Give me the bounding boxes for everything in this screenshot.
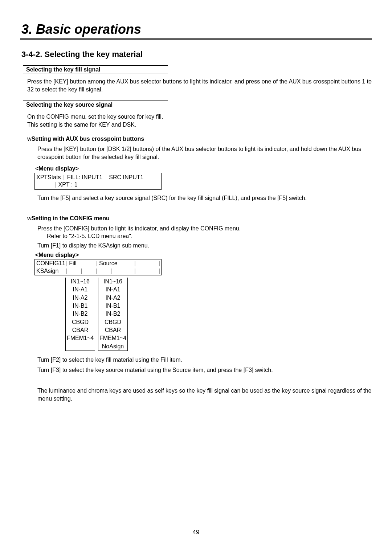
option-item: IN-A1 xyxy=(98,286,127,294)
body-text: Press the [CONFIG] button to light its i… xyxy=(37,225,372,240)
setting-heading-config: wSetting in the CONFIG menu xyxy=(27,215,372,222)
option-item: IN-A1 xyxy=(66,286,95,294)
divider-icon: | xyxy=(54,181,57,188)
divider-icon: | xyxy=(136,267,161,275)
divider-icon: | xyxy=(95,259,98,267)
setting-heading-aux: wSetting with AUX bus crosspoint buttons xyxy=(27,136,372,142)
options-columns: IN1~16 IN-A1 IN-A2 IN-B1 IN-B2 CBGD CBAR… xyxy=(65,278,372,351)
menu-cell: Source xyxy=(98,259,126,267)
fill-options-column: IN1~16 IN-A1 IN-A2 IN-B1 IN-B2 CBGD CBAR… xyxy=(65,278,95,351)
section-title: 3-4-2. Selecting the key material xyxy=(20,50,372,60)
menu-cell: XPTStats xyxy=(36,174,61,180)
option-item: IN1~16 xyxy=(66,278,95,286)
divider-icon: | xyxy=(136,259,161,267)
menu-cell: SRC INPUT1 xyxy=(109,174,143,180)
option-item: NoAsign xyxy=(98,343,127,351)
option-item: IN-B1 xyxy=(66,302,95,310)
body-line: Press the [CONFIG] button to light its i… xyxy=(37,225,241,232)
divider-icon: | xyxy=(65,267,68,275)
option-item: CBAR xyxy=(66,326,95,334)
option-item: IN-B2 xyxy=(98,310,127,318)
divider-icon: | xyxy=(95,267,98,275)
body-text: Turn [F2] to select the key fill materia… xyxy=(37,356,372,364)
body-line: On the CONFIG menu, set the key source f… xyxy=(27,114,163,120)
heading-text: Setting in the CONFIG menu xyxy=(32,215,110,221)
option-item: CBAR xyxy=(98,326,127,334)
menu-cell: XPT : 1 xyxy=(58,181,78,188)
body-text: Turn the [F5] and select a key source si… xyxy=(37,194,372,202)
menu-display-box: XPTStats | FILL: INPUT1 SRC INPUT1 | XPT… xyxy=(34,173,162,190)
body-text: Turn [F3] to select the key source mater… xyxy=(37,366,372,374)
body-text: The luminance and chroma keys are used a… xyxy=(37,387,372,402)
body-line: Refer to "2-1-5. LCD menu area". xyxy=(37,233,132,239)
divider-icon: | xyxy=(126,267,136,275)
heading-text: Setting with AUX bus crosspoint buttons xyxy=(32,136,144,142)
option-item: IN-A2 xyxy=(66,294,95,302)
subsection-box-source: Selecting the key source signal xyxy=(23,101,168,109)
option-item: FMEM1~4 xyxy=(66,334,95,342)
body-line: This setting is the same for KEY and DSK… xyxy=(27,122,136,128)
menu-display-label: <Menu display> xyxy=(35,252,372,258)
menu-cell: KSAsign xyxy=(35,267,65,275)
option-item: CBGD xyxy=(98,318,127,326)
divider-icon: | xyxy=(126,259,136,267)
option-item: CBGD xyxy=(66,318,95,326)
menu-cell: Fill xyxy=(68,259,95,267)
divider-icon: | xyxy=(65,259,68,267)
option-item: IN-B1 xyxy=(98,302,127,310)
chapter-title: 3. Basic operations xyxy=(20,22,372,40)
menu-display-label: <Menu display> xyxy=(35,165,372,172)
option-item: IN-A2 xyxy=(98,294,127,302)
body-text: Turn [F1] to display the KSAsign sub men… xyxy=(37,242,372,250)
body-text: Press the [KEY] button among the AUX bus… xyxy=(27,78,372,93)
symbol: w xyxy=(27,215,32,221)
menu-cell: FILL: INPUT1 xyxy=(67,174,103,180)
symbol: w xyxy=(27,136,32,142)
subsection-box-fill: Selecting the key fill signal xyxy=(23,65,168,74)
option-item: IN-B2 xyxy=(66,310,95,318)
menu-display-box: CONFIG11| Fill| Source | | KSAsign| || |… xyxy=(34,259,162,275)
option-item: IN1~16 xyxy=(98,278,127,286)
page-number: 49 xyxy=(0,529,392,536)
menu-cell: CONFIG11 xyxy=(35,259,65,267)
body-text: Press the [KEY] button (or [DSK 1/2] but… xyxy=(37,145,372,161)
source-options-column: IN1~16 IN-A1 IN-A2 IN-B1 IN-B2 CBGD CBAR… xyxy=(98,278,128,351)
option-item: FMEM1~4 xyxy=(98,334,127,342)
divider-icon: | xyxy=(110,268,113,274)
divider-icon: | xyxy=(80,268,83,274)
body-text: On the CONFIG menu, set the key source f… xyxy=(27,113,372,128)
divider-icon: | xyxy=(62,174,65,180)
